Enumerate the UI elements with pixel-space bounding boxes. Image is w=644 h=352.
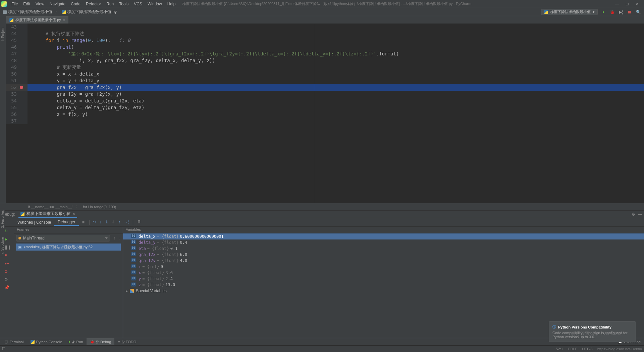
step-out-icon[interactable]: ↑	[118, 220, 120, 225]
pin-icon[interactable]: 📌	[4, 285, 10, 291]
debug-tab[interactable]: 🐞5: Debug	[87, 338, 115, 345]
close-tab-icon[interactable]: ×	[63, 18, 65, 22]
run-tab[interactable]: 4: Run	[65, 338, 86, 345]
view-breakpoints-icon[interactable]: ●●	[4, 261, 10, 266]
code-line[interactable]: 48 i, x, y, gra_f2x, gra_f2y, delta_x, d…	[6, 57, 644, 64]
stack-frame[interactable]: ▣ <module>, 梯度下降法求函数最小值.py:52	[16, 244, 121, 251]
code-line[interactable]: 47 '第{:0>2d}轮： \tx={:.2f}\ty={:.2f}\tgra…	[6, 50, 644, 57]
code-line[interactable]: 55 delta_y = delta_y(gra_f2y, eta)	[6, 104, 644, 111]
close-icon[interactable]: ×	[73, 212, 75, 216]
minimize-icon[interactable]: —	[638, 212, 642, 217]
prev-frame-icon[interactable]: ↑	[112, 236, 117, 240]
menu-window[interactable]: Window	[145, 1, 165, 7]
settings-icon[interactable]: ⚙	[4, 277, 10, 282]
var-type-icon: 01	[131, 264, 136, 268]
code-line[interactable]: 57	[6, 118, 644, 124]
menu-navigate[interactable]: Navigate	[47, 1, 68, 7]
code-line[interactable]: 52 gra_f2x = gra_f2x(x, y)	[6, 84, 644, 91]
debug-button[interactable]: 🐞	[609, 9, 615, 15]
editor-tab-label: 梯度下降法求函数最小值.py	[15, 17, 61, 23]
variable-row[interactable]: 01gra_f2y = {float} 4.0	[123, 258, 644, 264]
menu-view[interactable]: View	[33, 1, 47, 7]
step-into-my-icon[interactable]: ⤓	[105, 220, 108, 225]
variable-row[interactable]: 01x = {float} 3.6	[123, 270, 644, 276]
menu-edit[interactable]: Edit	[20, 1, 33, 7]
code-line[interactable]: 43	[6, 24, 644, 30]
gear-icon[interactable]: ⚙	[632, 212, 635, 217]
code-line[interactable]: 49 # 更新变量	[6, 64, 644, 71]
context-crumb[interactable]: if __name__ == '__main__'	[28, 205, 72, 209]
info-icon: ⓘ	[552, 324, 556, 329]
breakpoint-icon[interactable]	[20, 86, 23, 89]
code-line[interactable]: 54 delta_x = delta_x(gra_f2x, eta)	[6, 97, 644, 104]
evaluate-icon[interactable]: 🖩	[137, 220, 141, 225]
breadcrumb-file[interactable]: 梯度下降法求函数最小值.py	[67, 9, 117, 15]
variable-row[interactable]: 01y = {float} 2.4	[123, 276, 644, 282]
mute-breakpoints-icon[interactable]: ⊘	[4, 269, 10, 274]
stop-button[interactable]	[627, 9, 633, 15]
status-icon[interactable]: ☐	[2, 347, 5, 351]
code-line[interactable]: 51 y = y + delta_y	[6, 77, 644, 84]
variable-row[interactable]: 01delta_y = {float} 0.4	[123, 239, 644, 246]
run-to-cursor-icon[interactable]: →¦	[124, 220, 129, 225]
close-button[interactable]: ✕	[635, 2, 639, 6]
debug-session-tab[interactable]: 梯度下降法求函数最小值 ×	[18, 210, 77, 218]
context-crumb[interactable]: for i in range(0, 100)	[83, 205, 116, 209]
pause-icon[interactable]: ❚❚	[4, 245, 10, 250]
menu-code[interactable]: Code	[68, 1, 83, 7]
titlebar: FileEditViewNavigateCodeRefactorRunTools…	[0, 0, 644, 8]
line-separator[interactable]: CRLF	[568, 347, 578, 351]
menu-help[interactable]: Help	[165, 1, 178, 7]
code-line[interactable]: 56 z = f(x, y)	[6, 111, 644, 118]
breadcrumb-folder[interactable]: 梯度下降法求函数最小值	[8, 9, 52, 15]
special-variables-row[interactable]: ▸ Special Variables	[123, 288, 644, 294]
stop-icon[interactable]: ■	[4, 253, 10, 258]
menu-run[interactable]: Run	[104, 1, 116, 7]
var-type-icon: 01	[131, 240, 136, 244]
watches-console-tab[interactable]: Watches | Console	[14, 219, 54, 225]
cursor-position[interactable]: 52:1	[556, 347, 563, 351]
variable-row[interactable]: 01delta_x = {float} 0.6000000000000001	[123, 233, 644, 239]
step-over-icon[interactable]: ↷	[93, 220, 96, 225]
maximize-button[interactable]: □	[625, 2, 629, 6]
structure-tool-tab[interactable]: 7: Structure	[0, 235, 5, 257]
terminal-tab[interactable]: ▢Terminal	[1, 338, 27, 345]
menu-tools[interactable]: Tools	[116, 1, 131, 7]
step-into-icon[interactable]: ↓	[100, 220, 102, 225]
variable-row[interactable]: 01gra_f2x = {float} 6.0	[123, 252, 644, 258]
menu-refactor[interactable]: Refactor	[83, 1, 104, 7]
run-config-selector[interactable]: 梯度下降法求函数最小值 ▾	[541, 9, 598, 15]
minimize-button[interactable]: —	[615, 2, 619, 6]
code-line[interactable]: 50 x = x + delta_x	[6, 71, 644, 77]
favorites-tool-tab[interactable]: 2: Favorites	[0, 208, 5, 230]
expand-icon[interactable]: ▸	[126, 289, 128, 293]
attach-button[interactable]: ▶¦	[618, 9, 624, 15]
debugger-tab[interactable]: Debugger	[54, 219, 79, 226]
variable-row[interactable]: 01i = {int} 0	[123, 264, 644, 270]
code-editor[interactable]: 4344 # 执行梯度下降法45 for i in range(0, 100):…	[6, 24, 644, 203]
code-line[interactable]: 45 for i in range(0, 100): i: 0	[6, 37, 644, 44]
code-line[interactable]: 44 # 执行梯度下降法	[6, 30, 644, 37]
todo-icon: ≡	[118, 340, 120, 344]
variable-row[interactable]: 01z = {float} 13.0	[123, 282, 644, 288]
force-step-icon[interactable]: ⇓	[112, 220, 115, 225]
menu-file[interactable]: File	[9, 1, 20, 7]
threads-icon[interactable]: ≡	[79, 219, 88, 225]
resume-icon[interactable]: ▶	[4, 237, 10, 242]
project-tool-tab[interactable]: 1: Project	[1, 28, 5, 42]
code-line[interactable]: 46 print(	[6, 44, 644, 50]
run-button[interactable]	[600, 9, 606, 15]
menu-vcs[interactable]: VCS	[131, 1, 145, 7]
encoding[interactable]: UTF-8	[582, 347, 593, 351]
code-line[interactable]: 53 gra_f2y = gra_f2y(x, y)	[6, 91, 644, 97]
variable-row[interactable]: 01eta = {float} 0.1	[123, 246, 644, 252]
search-everywhere-button[interactable]: 🔍	[635, 9, 641, 15]
editor-tab[interactable]: 梯度下降法求函数最小值.py ×	[6, 16, 68, 24]
code-context-crumbs: if __name__ == '__main__' 〉 for i in ran…	[0, 203, 644, 210]
python-console-tab[interactable]: Python Console	[27, 338, 66, 345]
thread-selector[interactable]: MainThread	[16, 235, 110, 241]
rerun-icon[interactable]: ↻	[4, 229, 10, 234]
python-file-icon	[544, 10, 548, 14]
next-frame-icon[interactable]: ↓	[117, 236, 123, 240]
todo-tab[interactable]: ≡6: TODO	[114, 338, 140, 345]
